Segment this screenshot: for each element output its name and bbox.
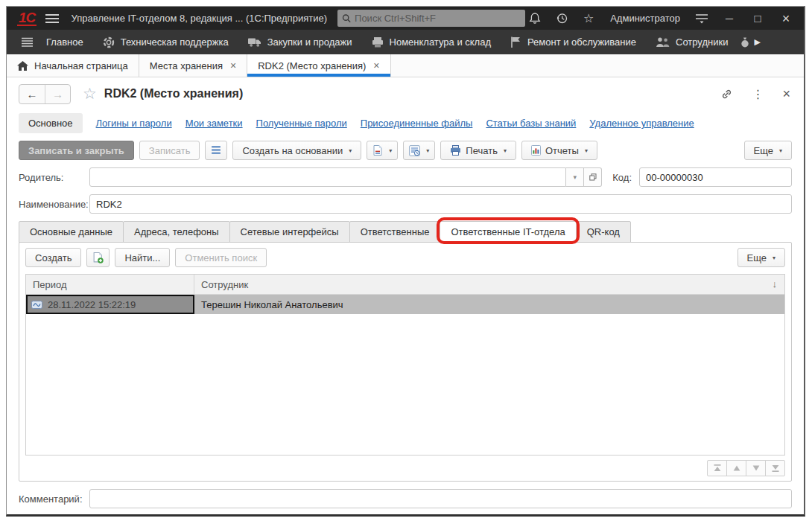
flag-icon — [510, 36, 521, 48]
people-icon — [656, 37, 670, 47]
sort-descending-icon[interactable]: ↓ — [773, 278, 778, 290]
scheduled-list-button[interactable]: ▾ — [403, 141, 435, 160]
structure-button[interactable] — [205, 141, 227, 160]
navlink-kb-articles[interactable]: Статьи базы знаний — [486, 118, 576, 129]
minimize-icon: ─ — [726, 13, 733, 24]
back-button[interactable]: ← — [19, 85, 45, 103]
period-value: 28.11.2022 15:22:19 — [48, 299, 136, 310]
section-money-clipped[interactable] — [738, 30, 752, 54]
triangle-up-bar-icon — [714, 464, 721, 472]
go-down-button[interactable] — [746, 460, 766, 476]
parent-row: Родитель: ▾ Код: — [7, 166, 804, 188]
service-menu-button[interactable] — [692, 10, 711, 28]
reports-button[interactable]: Отчеты▾ — [521, 141, 597, 160]
parent-input[interactable] — [89, 167, 566, 187]
sections-overflow-arrow[interactable]: ▶ — [754, 37, 760, 47]
tab-storage-places[interactable]: Места хранения × — [139, 54, 247, 77]
get-link-button[interactable] — [720, 88, 733, 100]
functions-menu-button[interactable] — [17, 33, 37, 51]
sections-panel: Главное Техническая поддержка Закупки и … — [7, 30, 804, 54]
tab-responsible[interactable]: Ответственные — [349, 221, 441, 243]
section-nomenclature[interactable]: Номенклатура и склад — [362, 30, 501, 54]
find-button[interactable]: Найти... — [115, 248, 170, 267]
tab-storage-places-label: Места хранения — [150, 60, 223, 71]
bell-icon — [529, 12, 541, 25]
period-cell[interactable]: 28.11.2022 15:22:19 — [26, 295, 194, 314]
create-task-button[interactable]: ▾ — [367, 141, 398, 160]
tab-close-icon[interactable]: × — [230, 60, 236, 71]
favorite-star-button[interactable]: ☆ — [83, 85, 97, 103]
navlink-remote-control[interactable]: Удаленное управление — [589, 118, 694, 129]
table-row[interactable]: 28.11.2022 15:22:19 Терешин Николай Анат… — [26, 295, 784, 314]
column-header-period[interactable]: Период — [26, 275, 194, 294]
tab-rdk2[interactable]: RDK2 (Место хранения) × — [247, 54, 390, 77]
document-plus-icon — [92, 252, 104, 263]
table-nav-buttons — [708, 460, 785, 476]
forward-arrow-icon: → — [52, 88, 63, 100]
employee-cell[interactable]: Терешин Николай Анатольевич — [194, 295, 784, 314]
command-bar: Записать и закрыть Записать Создать на о… — [7, 136, 804, 164]
section-purchases-sales[interactable]: Закупки и продажи — [238, 30, 362, 54]
save-and-close-button[interactable]: Записать и закрыть — [19, 141, 134, 160]
tab-responsible-it[interactable]: Ответственные IT-отдела — [440, 221, 576, 243]
section-tech-support[interactable]: Техническая поддержка — [93, 30, 238, 54]
section-glavnoe[interactable]: Главное — [37, 30, 93, 54]
cancel-search-button[interactable]: Отменить поиск — [175, 248, 267, 267]
star-outline-icon: ☆ — [83, 85, 97, 102]
hamburger-icon — [45, 13, 60, 24]
copy-add-button[interactable] — [86, 248, 110, 267]
table-empty-area — [26, 314, 784, 455]
code-input[interactable] — [639, 167, 792, 187]
responsible-it-page: Создать Найти... Отменить поиск Еще▾ Пер… — [19, 242, 792, 482]
history-button[interactable] — [552, 10, 571, 28]
column-header-employee[interactable]: Сотрудник — [194, 275, 784, 294]
tab-addresses[interactable]: Адреса, телефоны — [123, 221, 230, 243]
create-based-on-button[interactable]: Создать на основании▾ — [232, 141, 361, 160]
tab-home[interactable]: Начальная страница — [7, 54, 139, 77]
create-button[interactable]: Создать — [25, 248, 81, 267]
print-button[interactable]: Печать▾ — [440, 141, 516, 160]
favorites-button[interactable]: ☆ — [579, 10, 598, 28]
maximize-button[interactable]: □ — [747, 10, 768, 28]
main-menu-button[interactable] — [44, 10, 60, 28]
navlink-osnovnoe[interactable]: Основное — [19, 113, 83, 133]
navlink-attached-files[interactable]: Присоединенные файлы — [361, 118, 473, 129]
back-arrow-icon: ← — [27, 88, 38, 100]
parent-dropdown-button[interactable]: ▾ — [566, 167, 584, 187]
navlink-logins-passwords[interactable]: Логины и пароли — [96, 118, 172, 129]
create-based-on-label: Создать на основании — [242, 145, 343, 156]
navlink-my-notes[interactable]: Мои заметки — [185, 118, 243, 129]
go-up-button[interactable] — [726, 460, 746, 476]
window-close-button[interactable]: × — [775, 10, 796, 28]
search-input[interactable] — [355, 13, 521, 24]
notifications-button[interactable] — [525, 10, 545, 28]
comment-input[interactable] — [89, 489, 792, 508]
section-employees[interactable]: Сотрудники — [646, 30, 738, 54]
minimize-button[interactable]: ─ — [719, 10, 740, 28]
tab-qr-code[interactable]: QR-код — [576, 221, 631, 243]
name-label: Наименование: — [19, 199, 89, 210]
window-tabs-bar: Начальная страница Места хранения × RDK2… — [7, 54, 804, 77]
name-input[interactable] — [89, 194, 792, 214]
global-search[interactable] — [337, 10, 525, 27]
printer-icon — [450, 145, 461, 156]
tab-main-data[interactable]: Основные данные — [19, 221, 124, 243]
save-button[interactable]: Записать — [139, 141, 200, 160]
chevron-down-icon: ▾ — [349, 147, 352, 154]
tab-close-icon[interactable]: × — [373, 60, 379, 71]
go-first-button[interactable] — [707, 460, 727, 476]
save-and-close-label: Записать и закрыть — [28, 145, 124, 156]
tab-network-interfaces[interactable]: Сетевые интерфейсы — [229, 221, 350, 243]
more-actions-button[interactable]: ⋮ — [752, 87, 764, 101]
current-user[interactable]: Администратор — [610, 13, 680, 24]
parent-open-button[interactable] — [584, 167, 602, 187]
navlink-received-passwords[interactable]: Полученные пароли — [256, 118, 347, 129]
form-close-button[interactable]: × — [782, 86, 790, 102]
form-more-button[interactable]: Еще▾ — [744, 141, 792, 160]
section-glavnoe-label: Главное — [46, 36, 83, 48]
list-more-button[interactable]: Еще▾ — [738, 248, 785, 267]
go-last-button[interactable] — [765, 460, 785, 476]
section-repair-service[interactable]: Ремонт и обслуживание — [501, 30, 646, 54]
forward-button[interactable]: → — [45, 85, 70, 103]
cancel-search-label: Отменить поиск — [185, 252, 257, 263]
